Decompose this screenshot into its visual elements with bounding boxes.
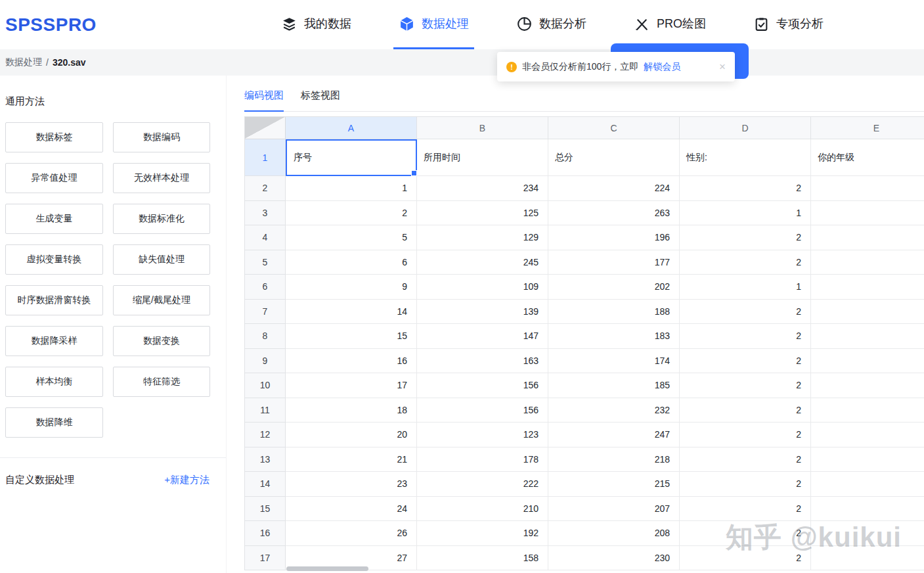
row-number[interactable]: 12 — [245, 423, 286, 447]
row-number[interactable]: 3 — [245, 201, 286, 226]
new-method-link[interactable]: +新建方法 — [164, 474, 209, 486]
data-cell[interactable]: 5 — [286, 225, 417, 250]
data-cell[interactable]: 177 — [548, 250, 680, 275]
data-cell[interactable]: 215 — [548, 472, 680, 497]
data-cell[interactable]: 26 — [286, 521, 417, 546]
data-cell[interactable]: 263 — [548, 201, 680, 226]
select-all-corner[interactable] — [245, 117, 286, 139]
unlock-membership-link[interactable]: 解锁会员 — [644, 61, 680, 73]
selected-cell[interactable]: 序号 — [286, 139, 417, 176]
column-header-D[interactable]: D — [680, 117, 811, 139]
data-cell[interactable]: 192 — [417, 521, 548, 546]
nav-item-special-analysis[interactable]: 专项分析 — [748, 0, 829, 49]
data-cell[interactable]: 1 — [680, 275, 811, 300]
data-cell[interactable]: 125 — [417, 201, 548, 226]
data-cell[interactable]: 2 — [680, 423, 811, 447]
data-cell[interactable]: 129 — [417, 225, 548, 250]
row-number[interactable]: 9 — [245, 349, 286, 374]
data-cell[interactable]: 1 — [286, 176, 417, 201]
data-cell[interactable]: 15 — [286, 324, 417, 349]
data-cell[interactable]: 14 — [286, 300, 417, 325]
row-number[interactable]: 6 — [245, 275, 286, 300]
variable-cell[interactable]: 总分 — [548, 139, 680, 176]
data-cell[interactable] — [811, 176, 924, 201]
column-header-A[interactable]: A — [286, 117, 417, 139]
data-cell[interactable]: 163 — [417, 349, 548, 374]
data-cell[interactable]: 21 — [286, 447, 417, 472]
data-cell[interactable]: 2 — [680, 447, 811, 472]
method-button[interactable]: 生成变量 — [5, 204, 103, 234]
method-button[interactable]: 时序数据滑窗转换 — [5, 285, 103, 315]
data-cell[interactable] — [811, 521, 924, 546]
data-cell[interactable]: 2 — [680, 176, 811, 201]
nav-item-data-processing[interactable]: 数据处理 — [393, 0, 474, 49]
data-cell[interactable]: 202 — [548, 275, 680, 300]
column-header-E[interactable]: E — [811, 117, 924, 139]
data-cell[interactable] — [811, 324, 924, 349]
method-button[interactable]: 异常值处理 — [5, 163, 103, 193]
data-cell[interactable]: 158 — [417, 546, 548, 571]
data-cell[interactable]: 2 — [680, 497, 811, 522]
data-cell[interactable] — [811, 225, 924, 250]
data-cell[interactable]: 123 — [417, 423, 548, 447]
data-cell[interactable]: 174 — [548, 349, 680, 374]
nav-item-my-data[interactable]: 我的数据 — [276, 0, 357, 49]
row-number[interactable]: 10 — [245, 373, 286, 398]
method-button[interactable]: 特征筛选 — [113, 367, 210, 397]
data-cell[interactable]: 2 — [680, 546, 811, 571]
data-cell[interactable]: 9 — [286, 275, 417, 300]
method-button[interactable]: 数据标签 — [5, 122, 103, 152]
data-cell[interactable]: 210 — [417, 497, 548, 522]
data-cell[interactable]: 2 — [680, 373, 811, 398]
method-button[interactable]: 缩尾/截尾处理 — [113, 285, 210, 315]
data-cell[interactable]: 234 — [417, 176, 548, 201]
data-cell[interactable]: 156 — [417, 398, 548, 423]
method-button[interactable]: 数据编码 — [113, 122, 210, 152]
data-cell[interactable] — [811, 423, 924, 447]
data-cell[interactable] — [811, 373, 924, 398]
row-number[interactable]: 13 — [245, 447, 286, 472]
method-button[interactable]: 数据降维 — [5, 407, 103, 438]
data-cell[interactable]: 188 — [548, 300, 680, 325]
data-cell[interactable]: 208 — [548, 521, 680, 546]
data-cell[interactable]: 178 — [417, 447, 548, 472]
data-cell[interactable] — [811, 472, 924, 497]
data-cell[interactable] — [811, 447, 924, 472]
data-cell[interactable]: 147 — [417, 324, 548, 349]
method-button[interactable]: 数据变换 — [113, 326, 210, 356]
method-button[interactable]: 虚拟变量转换 — [5, 244, 103, 275]
data-cell[interactable]: 185 — [548, 373, 680, 398]
data-cell[interactable]: 218 — [548, 447, 680, 472]
data-cell[interactable]: 2 — [680, 472, 811, 497]
close-icon[interactable]: × — [719, 61, 726, 72]
data-cell[interactable]: 196 — [548, 225, 680, 250]
data-cell[interactable]: 183 — [548, 324, 680, 349]
row-number[interactable]: 11 — [245, 398, 286, 423]
method-button[interactable]: 样本均衡 — [5, 367, 103, 397]
row-number[interactable]: 15 — [245, 497, 286, 522]
method-button[interactable]: 数据标准化 — [113, 204, 210, 234]
variable-cell[interactable]: 性别: — [680, 139, 811, 176]
row-number[interactable]: 1 — [245, 139, 286, 176]
data-cell[interactable]: 2 — [680, 250, 811, 275]
breadcrumb-section[interactable]: 数据处理 — [5, 57, 42, 68]
nav-item-data-analysis[interactable]: 数据分析 — [511, 0, 592, 49]
column-header-B[interactable]: B — [417, 117, 548, 139]
data-cell[interactable]: 139 — [417, 300, 548, 325]
data-cell[interactable]: 109 — [417, 275, 548, 300]
nav-item-pro-drawing[interactable]: PRO绘图 — [628, 0, 711, 49]
data-cell[interactable] — [811, 300, 924, 325]
data-cell[interactable]: 222 — [417, 472, 548, 497]
row-number[interactable]: 5 — [245, 250, 286, 275]
variable-cell[interactable]: 你的年级 — [811, 139, 924, 176]
data-cell[interactable]: 2 — [680, 521, 811, 546]
horizontal-scrollbar-thumb[interactable] — [286, 566, 368, 571]
data-cell[interactable]: 2 — [680, 324, 811, 349]
data-cell[interactable] — [811, 546, 924, 571]
data-cell[interactable]: 230 — [548, 546, 680, 571]
data-cell[interactable]: 156 — [417, 373, 548, 398]
data-cell[interactable]: 17 — [286, 373, 417, 398]
method-button[interactable]: 数据降采样 — [5, 326, 103, 356]
column-header-C[interactable]: C — [548, 117, 680, 139]
data-cell[interactable] — [811, 275, 924, 300]
